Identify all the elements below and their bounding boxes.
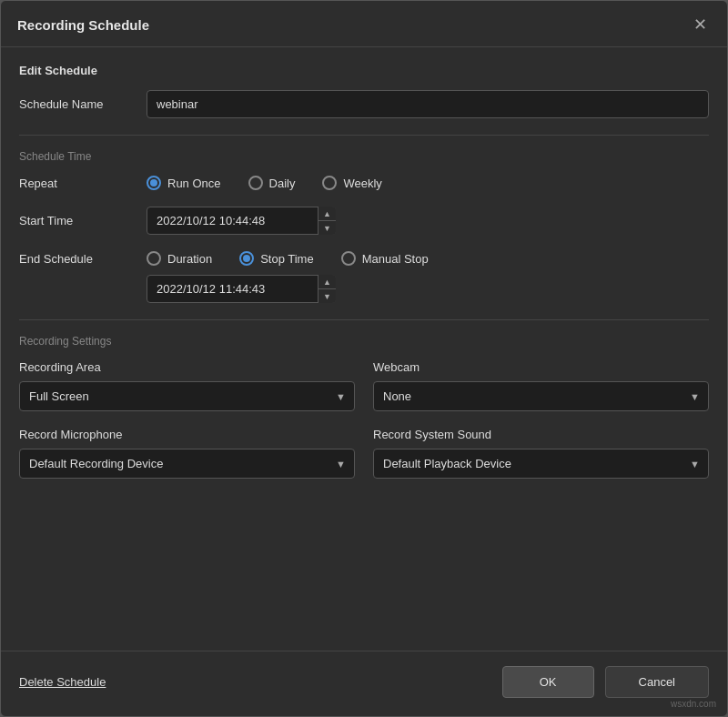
end-duration[interactable]: Duration <box>147 251 212 266</box>
microphone-col: Record Microphone Default Recording Devi… <box>19 428 355 479</box>
end-schedule-label: End Schedule <box>19 252 147 266</box>
repeat-label: Repeat <box>19 177 147 190</box>
webcam-label: Webcam <box>373 360 709 374</box>
schedule-name-control <box>147 90 709 118</box>
recording-area-select-wrapper: Full Screen Custom Area Window ▼ <box>19 381 355 411</box>
system-sound-select[interactable]: Default Playback Device None <box>373 449 709 479</box>
divider-2 <box>19 319 709 320</box>
end-schedule-radio-group: Duration Stop Time Manual Stop <box>147 251 429 266</box>
recording-area-col: Recording Area Full Screen Custom Area W… <box>19 360 355 411</box>
dialog-body: Edit Schedule Schedule Name Schedule Tim… <box>1 47 727 651</box>
end-schedule-options: Duration Stop Time Manual Stop <box>147 251 709 266</box>
end-time-spin-buttons: ▲ ▼ <box>318 275 336 303</box>
recording-area-select[interactable]: Full Screen Custom Area Window <box>19 381 355 411</box>
repeat-daily-label: Daily <box>269 177 296 190</box>
repeat-options: Run Once Daily Weekly <box>147 176 709 190</box>
divider-1 <box>19 135 709 136</box>
webcam-select[interactable]: None Default Webcam <box>373 381 709 411</box>
schedule-time-header: Schedule Time <box>19 150 709 163</box>
radio-weekly-circle <box>322 176 337 190</box>
edit-schedule-header: Edit Schedule <box>19 64 709 77</box>
microphone-system-sound-row: Record Microphone Default Recording Devi… <box>19 428 709 479</box>
spacer-1 <box>19 411 709 428</box>
record-microphone-label: Record Microphone <box>19 428 355 441</box>
start-time-input[interactable] <box>147 207 336 235</box>
repeat-run-once[interactable]: Run Once <box>147 176 221 190</box>
end-manual-stop-label: Manual Stop <box>362 252 429 266</box>
end-time-spin-up[interactable]: ▲ <box>318 275 336 289</box>
start-time-control: ▲ ▼ <box>147 207 709 235</box>
microphone-select-wrapper: Default Recording Device None ▼ <box>19 449 355 479</box>
repeat-radio-group: Run Once Daily Weekly <box>147 176 382 190</box>
microphone-select[interactable]: Default Recording Device None <box>19 449 355 479</box>
start-time-spinner: ▲ ▼ <box>147 207 336 235</box>
record-system-sound-label: Record System Sound <box>373 428 709 441</box>
recording-area-label: Recording Area <box>19 360 355 374</box>
repeat-row: Repeat Run Once Daily Weekly <box>19 176 709 190</box>
radio-duration-circle <box>147 251 161 266</box>
recording-settings-header: Recording Settings <box>19 335 709 348</box>
end-time-input[interactable] <box>147 275 336 303</box>
system-sound-col: Record System Sound Default Playback Dev… <box>373 428 709 479</box>
recording-area-webcam-row: Recording Area Full Screen Custom Area W… <box>19 360 709 411</box>
webcam-col: Webcam None Default Webcam ▼ <box>373 360 709 411</box>
repeat-daily[interactable]: Daily <box>248 176 296 190</box>
footer-action-buttons: OK Cancel <box>502 666 709 698</box>
radio-stop-time-circle <box>239 251 254 266</box>
dialog-footer: Delete Schedule OK Cancel <box>1 651 727 716</box>
ok-button[interactable]: OK <box>502 666 594 698</box>
start-time-spin-buttons: ▲ ▼ <box>318 207 336 235</box>
start-time-label: Start Time <box>19 214 147 227</box>
end-stop-time[interactable]: Stop Time <box>239 251 314 266</box>
radio-daily-circle <box>248 176 263 190</box>
schedule-name-label: Schedule Name <box>19 97 147 111</box>
end-time-spinner: ▲ ▼ <box>147 275 336 303</box>
end-time-row: ▲ ▼ <box>147 275 709 303</box>
recording-schedule-dialog: Recording Schedule ✕ Edit Schedule Sched… <box>0 0 728 717</box>
repeat-weekly-label: Weekly <box>343 177 381 190</box>
start-time-spin-up[interactable]: ▲ <box>318 207 336 221</box>
close-button[interactable]: ✕ <box>689 14 711 35</box>
end-stop-time-label: Stop Time <box>260 252 314 266</box>
repeat-weekly[interactable]: Weekly <box>322 176 381 190</box>
title-bar: Recording Schedule ✕ <box>1 1 727 47</box>
end-manual-stop[interactable]: Manual Stop <box>341 251 429 266</box>
end-schedule-row: End Schedule Duration Stop Time Manual S… <box>19 251 709 266</box>
start-time-spin-down[interactable]: ▼ <box>318 221 336 235</box>
webcam-select-wrapper: None Default Webcam ▼ <box>373 381 709 411</box>
end-duration-label: Duration <box>167 252 212 266</box>
schedule-name-input[interactable] <box>147 90 709 118</box>
schedule-name-row: Schedule Name <box>19 90 709 118</box>
radio-manual-stop-circle <box>341 251 356 266</box>
radio-run-once-circle <box>147 176 161 190</box>
cancel-button[interactable]: Cancel <box>605 666 709 698</box>
delete-schedule-button[interactable]: Delete Schedule <box>19 675 106 689</box>
system-sound-select-wrapper: Default Playback Device None ▼ <box>373 449 709 479</box>
end-time-spin-down[interactable]: ▼ <box>318 289 336 303</box>
dialog-title: Recording Schedule <box>17 17 149 33</box>
watermark: wsxdn.com <box>671 699 716 709</box>
start-time-row: Start Time ▲ ▼ <box>19 207 709 235</box>
repeat-run-once-label: Run Once <box>167 177 221 190</box>
